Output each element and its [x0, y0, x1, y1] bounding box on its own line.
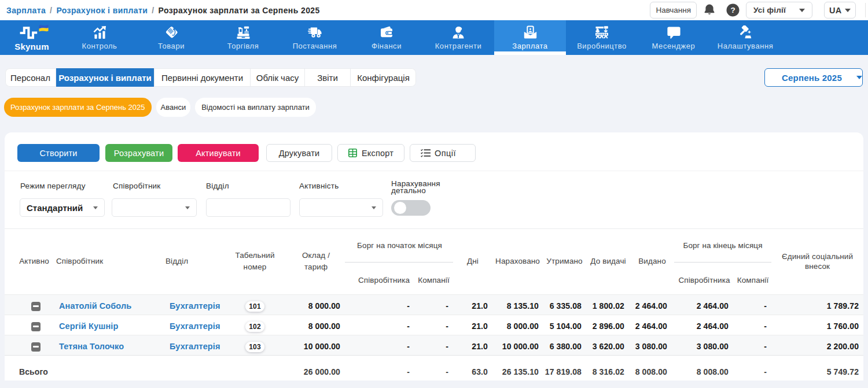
svg-text:?: ?	[730, 6, 735, 14]
